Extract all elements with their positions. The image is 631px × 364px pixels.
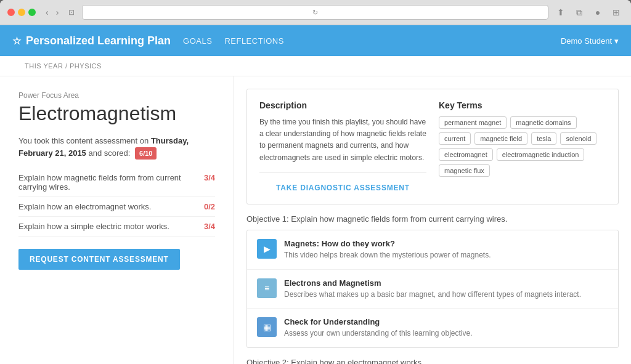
assessment-text-2: and scored: [88, 148, 130, 158]
objective-1-section: Objective 1: Explain how magnetic fields… [234, 204, 631, 348]
term-tag: electromagnet [439, 148, 493, 161]
close-button[interactable] [7, 9, 15, 16]
objective-item: Explain how an electromagnet works. 0/2 [18, 197, 215, 217]
resource-card-1: ▶ Magnets: How do they work? This video … [246, 230, 619, 348]
refresh-icon[interactable]: ↻ [312, 9, 318, 17]
header-nav: GOALS REFLECTIONS [183, 36, 284, 46]
objective-2-section: Objective 2: Explain how an electromagne… [234, 348, 631, 364]
goals-nav-link[interactable]: GOALS [183, 36, 212, 46]
star-icon: ☆ [12, 35, 21, 47]
resource-item[interactable]: ▶ Magnets: How do they work? This video … [247, 230, 618, 270]
share-icon[interactable]: ⬆ [553, 5, 568, 20]
key-terms-title: Key Terms [439, 100, 606, 110]
maximize-button[interactable] [28, 9, 36, 16]
resource-info: Magnets: How do they work? This video he… [284, 239, 608, 261]
request-assessment-button[interactable]: REQUEST CONTENT ASSESSMENT [18, 249, 180, 270]
resource-title: Check for Understanding [284, 317, 608, 326]
assessment-info: You took this content assessment on Thur… [18, 135, 215, 160]
term-tag: current [439, 132, 471, 145]
resource-item[interactable]: ≡ Electrons and Magnetism Describes what… [247, 270, 618, 309]
app-header: ☆ Personalized Learning Plan GOALS REFLE… [0, 25, 631, 56]
description-text: By the time you finish this playlist, yo… [259, 116, 426, 164]
objective-1-header: Objective 1: Explain how magnetic fields… [246, 214, 619, 224]
description-section: Description By the time you finish this … [259, 100, 426, 193]
doc-icon: ≡ [257, 278, 277, 298]
minimize-button[interactable] [18, 9, 25, 16]
assessment-text-1: You took this content assessment on [18, 136, 149, 145]
objective-score: 0/2 [204, 202, 215, 211]
right-panel: Description By the time you finish this … [234, 76, 631, 364]
objective-text: Explain how a simple electric motor work… [18, 222, 169, 231]
left-panel: Power Focus Area Electromagnetism You to… [0, 76, 234, 364]
forward-button[interactable]: › [54, 6, 62, 18]
video-icon: ▶ [257, 239, 277, 259]
term-tag: magnetic flux [439, 164, 490, 177]
resource-desc: This video helps break down the mysterio… [284, 250, 608, 261]
tab-button[interactable]: ⊡ [66, 7, 77, 18]
term-tag: permanent magnet [439, 116, 507, 129]
profile-icon[interactable]: ● [590, 5, 605, 20]
objective-item: Explain how magnetic fields form from cu… [18, 168, 215, 197]
diagnostic-link-container: TAKE DIAGNOSTIC ASSESSMENT [259, 172, 426, 193]
term-tag: magnetic domains [510, 116, 576, 129]
objective-text: Explain how magnetic fields form from cu… [18, 173, 198, 192]
diagnostic-assessment-link[interactable]: TAKE DIAGNOSTIC ASSESSMENT [276, 184, 410, 192]
total-score-badge: 6/10 [135, 147, 157, 160]
term-tag: electromagnetic induction [497, 148, 585, 161]
focus-area-label: Power Focus Area [18, 91, 215, 100]
term-tag: tesla [531, 132, 556, 145]
objective-score: 3/4 [204, 222, 215, 231]
description-card: Description By the time you finish this … [246, 89, 619, 204]
menu-icon[interactable]: ⊞ [609, 5, 624, 20]
chevron-down-icon: ▾ [614, 36, 619, 46]
breadcrumb: THIS YEAR / PHYSICS [0, 56, 631, 76]
description-title: Description [259, 100, 426, 110]
resource-item[interactable]: ▦ Check for Understanding Assess your ow… [247, 309, 618, 347]
user-menu[interactable]: Demo Student ▾ [561, 36, 619, 46]
objective-score: 3/4 [204, 173, 215, 182]
browser-chrome: ‹ › ⊡ ↻ ⬆ ⧉ ● ⊞ [0, 0, 631, 25]
objective-item: Explain how a simple electric motor work… [18, 217, 215, 237]
nav-buttons: ‹ › [43, 6, 61, 18]
header-brand: ☆ Personalized Learning Plan [12, 34, 171, 47]
objective-text: Explain how an electromagnet works. [18, 202, 151, 211]
address-bar[interactable]: ↻ [82, 5, 548, 20]
reflections-nav-link[interactable]: REFLECTIONS [224, 36, 284, 46]
resource-title: Electrons and Magnetism [284, 278, 608, 288]
resource-desc: Assess your own understanding of this le… [284, 328, 608, 339]
traffic-lights [7, 9, 36, 16]
resource-info: Electrons and Magnetism Describes what m… [284, 278, 608, 300]
term-tag: magnetic field [474, 132, 527, 145]
resource-desc: Describes what makes up a basic bar magn… [284, 289, 608, 300]
back-button[interactable]: ‹ [43, 6, 51, 18]
resource-title: Magnets: How do they work? [284, 239, 608, 248]
objectives-list: Explain how magnetic fields form from cu… [18, 168, 215, 237]
browser-actions: ⬆ ⧉ ● ⊞ [553, 5, 624, 20]
main-content: Power Focus Area Electromagnetism You to… [0, 76, 631, 364]
key-terms-list: permanent magnet magnetic domains curren… [439, 116, 606, 177]
resource-info: Check for Understanding Assess your own … [284, 317, 608, 339]
topic-title: Electromagnetism [18, 102, 215, 125]
objective-2-header: Objective 2: Explain how an electromagne… [246, 358, 619, 364]
user-name: Demo Student [561, 36, 612, 46]
duplicate-icon[interactable]: ⧉ [572, 5, 587, 20]
term-tag: solenoid [560, 132, 596, 145]
app-title: Personalized Learning Plan [26, 34, 171, 47]
key-terms-section: Key Terms permanent magnet magnetic doma… [439, 100, 606, 193]
quiz-icon: ▦ [257, 317, 277, 337]
